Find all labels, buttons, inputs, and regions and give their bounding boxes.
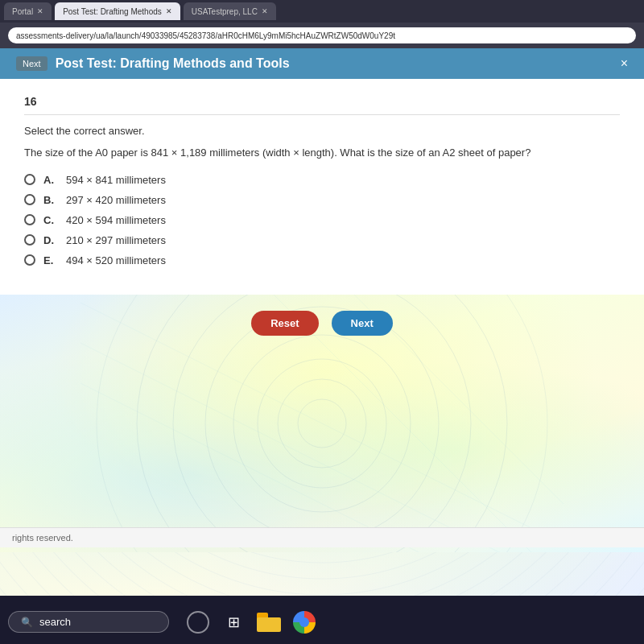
- content-panel: Next Post Test: Drafting Methods and Too…: [0, 48, 644, 295]
- header-bar: Next Post Test: Drafting Methods and Too…: [0, 48, 644, 79]
- tab-portal[interactable]: Portal ✕: [4, 2, 52, 20]
- wavy-section: Reset Next: [0, 295, 644, 552]
- address-bar: assessments-delivery/ua/la/launch/490339…: [0, 23, 644, 48]
- nav-next-button[interactable]: Next: [16, 56, 47, 71]
- search-label: search: [39, 616, 71, 628]
- question-number: 16: [24, 95, 620, 115]
- option-d-radio[interactable]: [24, 234, 35, 246]
- option-e-label: E.: [43, 254, 58, 266]
- taskbar-search[interactable]: 🔍 search: [8, 611, 169, 633]
- option-a-text: 594 × 841 millimeters: [66, 174, 166, 186]
- close-button[interactable]: ×: [621, 56, 628, 71]
- footer-bar: rights reserved.: [0, 527, 644, 547]
- tab-post-test-close[interactable]: ✕: [166, 7, 172, 15]
- options-list: A. 594 × 841 millimeters B. 297 × 420 mi…: [24, 174, 620, 266]
- option-e[interactable]: E. 494 × 520 millimeters: [24, 254, 620, 266]
- chrome-circle: [293, 611, 316, 634]
- header-left: Next Post Test: Drafting Methods and Too…: [16, 56, 290, 71]
- chrome-icon[interactable]: [291, 609, 317, 635]
- tab-usa-testprep-close[interactable]: ✕: [262, 7, 268, 15]
- browser-chrome: Portal ✕ Post Test: Drafting Methods ✕ U…: [0, 0, 644, 48]
- search-icon: 🔍: [21, 617, 33, 628]
- question-text: The size of the A0 paper is 841 × 1,189 …: [24, 145, 620, 161]
- main-content: Next Post Test: Drafting Methods and Too…: [0, 48, 644, 596]
- next-button[interactable]: Next: [332, 311, 393, 336]
- footer-text: rights reserved.: [12, 533, 73, 543]
- tab-post-test-label: Post Test: Drafting Methods: [63, 7, 162, 16]
- option-c[interactable]: C. 420 × 594 millimeters: [24, 214, 620, 226]
- option-c-radio[interactable]: [24, 214, 35, 225]
- address-text: assessments-delivery/ua/la/launch/490339…: [16, 31, 395, 40]
- tab-post-test[interactable]: Post Test: Drafting Methods ✕: [55, 2, 180, 20]
- page-title: Post Test: Drafting Methods and Tools: [56, 56, 290, 71]
- option-b[interactable]: B. 297 × 420 millimeters: [24, 194, 620, 206]
- option-c-label: C.: [43, 214, 58, 226]
- option-b-radio[interactable]: [24, 194, 35, 205]
- option-a-radio[interactable]: [24, 174, 35, 185]
- option-e-text: 494 × 520 millimeters: [66, 254, 166, 266]
- taskbar: 🔍 search ⊞: [0, 600, 644, 644]
- cortana-circle: [187, 611, 209, 634]
- option-b-label: B.: [43, 194, 58, 206]
- option-c-text: 420 × 594 millimeters: [66, 214, 166, 226]
- file-explorer-icon[interactable]: [256, 609, 282, 635]
- tab-portal-label: Portal: [12, 7, 33, 16]
- buttons-row: Reset Next: [0, 295, 644, 352]
- option-e-radio[interactable]: [24, 254, 35, 266]
- tab-bar: Portal ✕ Post Test: Drafting Methods ✕ U…: [0, 0, 644, 23]
- reset-button[interactable]: Reset: [251, 311, 318, 336]
- option-d-text: 210 × 297 millimeters: [66, 234, 166, 246]
- tab-usa-testprep[interactable]: USATestprep, LLC ✕: [184, 2, 276, 20]
- option-a[interactable]: A. 594 × 841 millimeters: [24, 174, 620, 186]
- taskbar-icons: ⊞: [185, 609, 317, 635]
- task-view-icon[interactable]: ⊞: [221, 609, 246, 635]
- option-d-label: D.: [43, 234, 58, 246]
- question-area: 16 Select the correct answer. The size o…: [0, 79, 644, 295]
- option-d[interactable]: D. 210 × 297 millimeters: [24, 234, 620, 246]
- tab-usa-testprep-label: USATestprep, LLC: [192, 7, 258, 16]
- option-a-label: A.: [43, 174, 58, 186]
- address-input[interactable]: assessments-delivery/ua/la/launch/490339…: [8, 27, 636, 43]
- instruction-text: Select the correct answer.: [24, 125, 620, 137]
- cortana-icon[interactable]: [185, 609, 211, 635]
- option-b-text: 297 × 420 millimeters: [66, 194, 166, 206]
- tab-portal-close[interactable]: ✕: [37, 7, 43, 15]
